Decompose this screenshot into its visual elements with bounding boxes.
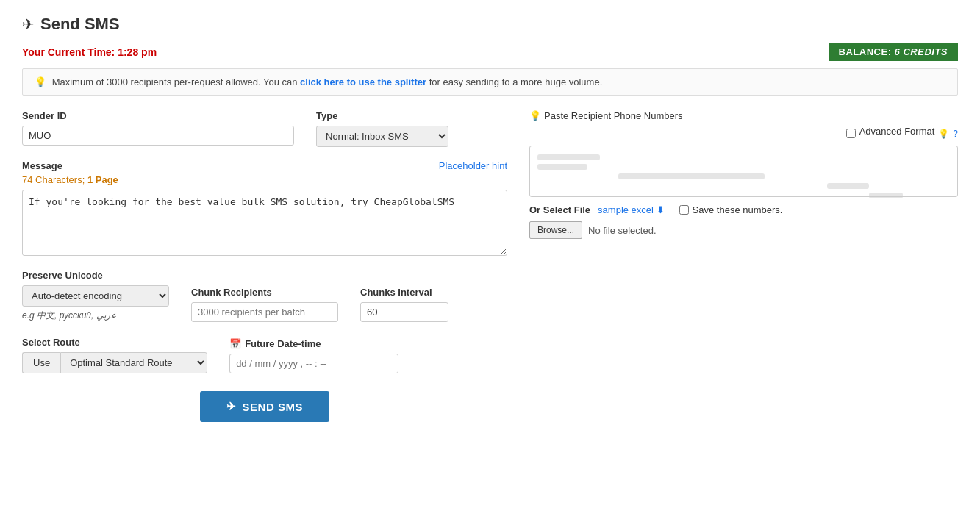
send-sms-label: SEND SMS	[243, 401, 303, 413]
chunks-interval-label: Chunks Interval	[360, 287, 448, 298]
file-section: Or Select File sample excel ⬇ Save these…	[529, 204, 958, 239]
placeholder-hint-link[interactable]: Placeholder hint	[439, 160, 507, 171]
datetime-group: 📅 Future Date-time	[229, 338, 398, 373]
chunk-recipients-input[interactable]	[191, 302, 338, 322]
paste-group: 💡 Paste Recipient Phone Numbers Advanced…	[529, 110, 958, 197]
char-count: 74 Characters; 1 Page	[22, 174, 507, 185]
time-label: Your Current Time:	[22, 46, 115, 58]
chunk-recipients-label: Chunk Recipients	[191, 287, 338, 298]
extra-settings-row: Preserve Unicode Auto-detect encoding Fo…	[22, 270, 507, 322]
or-select-label: Or Select File	[529, 204, 590, 215]
advanced-format-help-icon[interactable]: ?	[953, 129, 958, 139]
chunks-interval-input[interactable]	[360, 302, 448, 322]
balance-badge: BALANCE: 6 CREDITS	[829, 43, 958, 61]
send-icon: ✈	[22, 15, 35, 33]
current-time: Your Current Time: 1:28 pm	[22, 46, 157, 58]
preserve-unicode-label: Preserve Unicode	[22, 270, 169, 281]
encode-hint: e.g 中文, русский, عربي	[22, 309, 169, 322]
preserve-unicode-select[interactable]: Auto-detect encoding Force Unicode Force…	[22, 285, 169, 307]
sender-id-label: Sender ID	[22, 110, 294, 121]
advanced-format-row: Advanced Format 💡 ?	[529, 126, 958, 141]
message-header: Message Placeholder hint	[22, 160, 507, 171]
type-label: Type	[316, 110, 448, 121]
paste-label-row: 💡 Paste Recipient Phone Numbers	[529, 110, 958, 121]
preserve-unicode-group: Preserve Unicode Auto-detect encoding Fo…	[22, 270, 169, 322]
balance-label: BALANCE:	[839, 46, 892, 57]
route-label: Select Route	[22, 337, 207, 348]
type-select[interactable]: Normal: Inbox SMS Flash SMS Unicode SMS	[316, 126, 448, 147]
datetime-input[interactable]	[229, 354, 398, 373]
paste-bulb-icon: 💡	[529, 110, 541, 121]
or-select-row: Or Select File sample excel ⬇ Save these…	[529, 204, 958, 215]
left-panel: Sender ID Type Normal: Inbox SMS Flash S…	[22, 110, 507, 422]
browse-button[interactable]: Browse...	[529, 221, 582, 239]
sample-excel-link[interactable]: sample excel ⬇	[598, 204, 665, 215]
chunk-recipients-group: Chunk Recipients	[191, 287, 338, 322]
time-value: 1:28 pm	[118, 46, 157, 58]
advanced-format-label: Advanced Format	[859, 126, 935, 137]
advanced-format-checkbox[interactable]	[846, 129, 856, 138]
message-section: Message Placeholder hint 74 Characters; …	[22, 160, 507, 258]
calendar-icon: 📅	[229, 338, 241, 349]
future-datetime-label: 📅 Future Date-time	[229, 338, 398, 349]
info-text-before: Maximum of 3000 recipients per-request a…	[52, 76, 300, 87]
save-numbers-row: Save these numbers.	[679, 204, 783, 215]
sender-id-group: Sender ID	[22, 110, 294, 147]
sample-excel-label: sample excel	[598, 204, 654, 215]
use-button[interactable]: Use	[22, 352, 60, 373]
page-count: 1 Page	[87, 174, 118, 185]
chunks-interval-group: Chunks Interval	[360, 287, 448, 322]
paste-recipients-label: Paste Recipient Phone Numbers	[544, 110, 683, 121]
sender-id-input[interactable]	[22, 126, 294, 146]
right-panel: 💡 Paste Recipient Phone Numbers Advanced…	[529, 110, 958, 422]
char-count-text: 74 Characters;	[22, 174, 85, 185]
save-numbers-label: Save these numbers.	[693, 204, 783, 215]
route-datetime-row: Select Route Use Optimal Standard Route …	[22, 337, 507, 373]
route-input-row: Use Optimal Standard Route Premium Route…	[22, 352, 207, 373]
send-sms-button[interactable]: ✈ SEND SMS	[200, 391, 329, 422]
sender-type-row: Sender ID Type Normal: Inbox SMS Flash S…	[22, 110, 507, 147]
balance-value: 6 CREDITS	[895, 46, 948, 57]
bulb-icon: 💡	[35, 76, 46, 87]
top-bar: Your Current Time: 1:28 pm BALANCE: 6 CR…	[22, 43, 958, 61]
info-text-after: for easy sending to a more huge volume.	[429, 76, 603, 87]
save-numbers-checkbox[interactable]	[679, 205, 689, 215]
page-title-row: ✈ Send SMS	[22, 15, 958, 34]
no-file-text: No file selected.	[588, 225, 657, 236]
download-icon: ⬇	[657, 204, 665, 215]
message-textarea[interactable]: If you're looking for the best value bul…	[22, 190, 507, 256]
info-bar: 💡 Maximum of 3000 recipients per-request…	[22, 68, 958, 96]
page-title: Send SMS	[40, 15, 120, 34]
type-group: Type Normal: Inbox SMS Flash SMS Unicode…	[316, 110, 448, 147]
route-select[interactable]: Optimal Standard Route Premium Route Eco…	[60, 352, 207, 373]
send-sms-icon: ✈	[226, 400, 237, 413]
send-button-row: ✈ SEND SMS	[22, 391, 507, 422]
splitter-link[interactable]: click here to use the splitter	[300, 76, 426, 87]
route-group: Select Route Use Optimal Standard Route …	[22, 337, 207, 373]
browse-row: Browse... No file selected.	[529, 221, 958, 239]
message-label: Message	[22, 160, 62, 171]
advanced-format-info-icon: 💡	[938, 129, 949, 139]
